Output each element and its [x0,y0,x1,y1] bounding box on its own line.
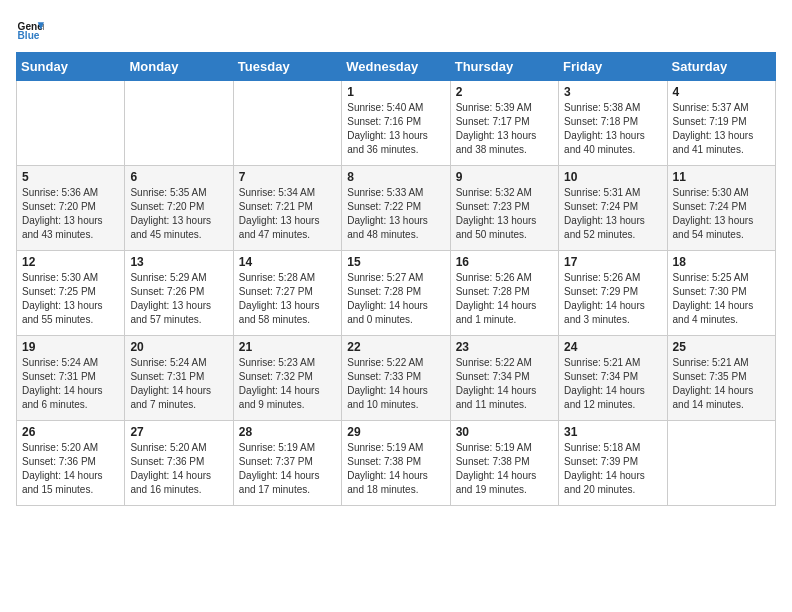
day-number: 9 [456,170,553,184]
calendar-cell: 13Sunrise: 5:29 AM Sunset: 7:26 PM Dayli… [125,251,233,336]
day-info: Sunrise: 5:19 AM Sunset: 7:38 PM Dayligh… [456,441,553,497]
weekday-header-friday: Friday [559,53,667,81]
day-info: Sunrise: 5:23 AM Sunset: 7:32 PM Dayligh… [239,356,336,412]
calendar-cell [17,81,125,166]
calendar-cell: 3Sunrise: 5:38 AM Sunset: 7:18 PM Daylig… [559,81,667,166]
day-number: 5 [22,170,119,184]
day-info: Sunrise: 5:40 AM Sunset: 7:16 PM Dayligh… [347,101,444,157]
day-info: Sunrise: 5:19 AM Sunset: 7:37 PM Dayligh… [239,441,336,497]
calendar-cell: 1Sunrise: 5:40 AM Sunset: 7:16 PM Daylig… [342,81,450,166]
day-info: Sunrise: 5:31 AM Sunset: 7:24 PM Dayligh… [564,186,661,242]
day-info: Sunrise: 5:32 AM Sunset: 7:23 PM Dayligh… [456,186,553,242]
calendar-cell: 30Sunrise: 5:19 AM Sunset: 7:38 PM Dayli… [450,421,558,506]
day-number: 21 [239,340,336,354]
day-info: Sunrise: 5:18 AM Sunset: 7:39 PM Dayligh… [564,441,661,497]
day-number: 13 [130,255,227,269]
calendar-cell: 26Sunrise: 5:20 AM Sunset: 7:36 PM Dayli… [17,421,125,506]
day-info: Sunrise: 5:26 AM Sunset: 7:28 PM Dayligh… [456,271,553,327]
calendar-cell: 6Sunrise: 5:35 AM Sunset: 7:20 PM Daylig… [125,166,233,251]
calendar-cell: 31Sunrise: 5:18 AM Sunset: 7:39 PM Dayli… [559,421,667,506]
calendar-cell: 22Sunrise: 5:22 AM Sunset: 7:33 PM Dayli… [342,336,450,421]
calendar-cell: 27Sunrise: 5:20 AM Sunset: 7:36 PM Dayli… [125,421,233,506]
weekday-header-thursday: Thursday [450,53,558,81]
day-number: 23 [456,340,553,354]
day-number: 27 [130,425,227,439]
calendar-week-row: 19Sunrise: 5:24 AM Sunset: 7:31 PM Dayli… [17,336,776,421]
calendar-cell: 14Sunrise: 5:28 AM Sunset: 7:27 PM Dayli… [233,251,341,336]
day-info: Sunrise: 5:21 AM Sunset: 7:35 PM Dayligh… [673,356,770,412]
day-info: Sunrise: 5:28 AM Sunset: 7:27 PM Dayligh… [239,271,336,327]
day-number: 16 [456,255,553,269]
logo-icon: General Blue [16,16,44,44]
day-info: Sunrise: 5:24 AM Sunset: 7:31 PM Dayligh… [130,356,227,412]
day-info: Sunrise: 5:26 AM Sunset: 7:29 PM Dayligh… [564,271,661,327]
calendar-cell: 7Sunrise: 5:34 AM Sunset: 7:21 PM Daylig… [233,166,341,251]
day-number: 14 [239,255,336,269]
calendar-week-row: 1Sunrise: 5:40 AM Sunset: 7:16 PM Daylig… [17,81,776,166]
calendar-cell: 19Sunrise: 5:24 AM Sunset: 7:31 PM Dayli… [17,336,125,421]
calendar-cell: 17Sunrise: 5:26 AM Sunset: 7:29 PM Dayli… [559,251,667,336]
day-number: 8 [347,170,444,184]
day-info: Sunrise: 5:39 AM Sunset: 7:17 PM Dayligh… [456,101,553,157]
calendar-cell: 18Sunrise: 5:25 AM Sunset: 7:30 PM Dayli… [667,251,775,336]
day-info: Sunrise: 5:36 AM Sunset: 7:20 PM Dayligh… [22,186,119,242]
calendar-week-row: 26Sunrise: 5:20 AM Sunset: 7:36 PM Dayli… [17,421,776,506]
day-number: 19 [22,340,119,354]
page-header: General Blue [16,16,776,44]
day-info: Sunrise: 5:20 AM Sunset: 7:36 PM Dayligh… [130,441,227,497]
day-info: Sunrise: 5:22 AM Sunset: 7:34 PM Dayligh… [456,356,553,412]
calendar-cell: 29Sunrise: 5:19 AM Sunset: 7:38 PM Dayli… [342,421,450,506]
calendar-cell: 25Sunrise: 5:21 AM Sunset: 7:35 PM Dayli… [667,336,775,421]
calendar-cell: 2Sunrise: 5:39 AM Sunset: 7:17 PM Daylig… [450,81,558,166]
day-number: 29 [347,425,444,439]
day-number: 10 [564,170,661,184]
day-number: 18 [673,255,770,269]
calendar-cell: 8Sunrise: 5:33 AM Sunset: 7:22 PM Daylig… [342,166,450,251]
calendar-cell: 10Sunrise: 5:31 AM Sunset: 7:24 PM Dayli… [559,166,667,251]
day-number: 28 [239,425,336,439]
calendar-cell: 20Sunrise: 5:24 AM Sunset: 7:31 PM Dayli… [125,336,233,421]
day-info: Sunrise: 5:30 AM Sunset: 7:24 PM Dayligh… [673,186,770,242]
day-info: Sunrise: 5:37 AM Sunset: 7:19 PM Dayligh… [673,101,770,157]
day-info: Sunrise: 5:38 AM Sunset: 7:18 PM Dayligh… [564,101,661,157]
weekday-header-monday: Monday [125,53,233,81]
day-info: Sunrise: 5:33 AM Sunset: 7:22 PM Dayligh… [347,186,444,242]
calendar-cell: 16Sunrise: 5:26 AM Sunset: 7:28 PM Dayli… [450,251,558,336]
weekday-header-saturday: Saturday [667,53,775,81]
day-number: 15 [347,255,444,269]
day-info: Sunrise: 5:27 AM Sunset: 7:28 PM Dayligh… [347,271,444,327]
calendar-cell [667,421,775,506]
day-info: Sunrise: 5:29 AM Sunset: 7:26 PM Dayligh… [130,271,227,327]
calendar-cell [233,81,341,166]
calendar-cell: 21Sunrise: 5:23 AM Sunset: 7:32 PM Dayli… [233,336,341,421]
calendar-table: SundayMondayTuesdayWednesdayThursdayFrid… [16,52,776,506]
day-number: 17 [564,255,661,269]
calendar-cell: 9Sunrise: 5:32 AM Sunset: 7:23 PM Daylig… [450,166,558,251]
day-number: 31 [564,425,661,439]
svg-text:Blue: Blue [18,30,40,41]
calendar-cell: 15Sunrise: 5:27 AM Sunset: 7:28 PM Dayli… [342,251,450,336]
calendar-cell [125,81,233,166]
day-number: 7 [239,170,336,184]
day-info: Sunrise: 5:19 AM Sunset: 7:38 PM Dayligh… [347,441,444,497]
day-number: 11 [673,170,770,184]
day-number: 12 [22,255,119,269]
day-number: 25 [673,340,770,354]
day-info: Sunrise: 5:22 AM Sunset: 7:33 PM Dayligh… [347,356,444,412]
calendar-cell: 28Sunrise: 5:19 AM Sunset: 7:37 PM Dayli… [233,421,341,506]
day-number: 24 [564,340,661,354]
day-number: 20 [130,340,227,354]
logo: General Blue [16,16,48,44]
day-info: Sunrise: 5:24 AM Sunset: 7:31 PM Dayligh… [22,356,119,412]
weekday-header-sunday: Sunday [17,53,125,81]
day-info: Sunrise: 5:20 AM Sunset: 7:36 PM Dayligh… [22,441,119,497]
calendar-cell: 12Sunrise: 5:30 AM Sunset: 7:25 PM Dayli… [17,251,125,336]
day-number: 4 [673,85,770,99]
day-info: Sunrise: 5:35 AM Sunset: 7:20 PM Dayligh… [130,186,227,242]
day-number: 2 [456,85,553,99]
calendar-cell: 24Sunrise: 5:21 AM Sunset: 7:34 PM Dayli… [559,336,667,421]
calendar-cell: 23Sunrise: 5:22 AM Sunset: 7:34 PM Dayli… [450,336,558,421]
day-number: 22 [347,340,444,354]
day-info: Sunrise: 5:25 AM Sunset: 7:30 PM Dayligh… [673,271,770,327]
calendar-week-row: 12Sunrise: 5:30 AM Sunset: 7:25 PM Dayli… [17,251,776,336]
